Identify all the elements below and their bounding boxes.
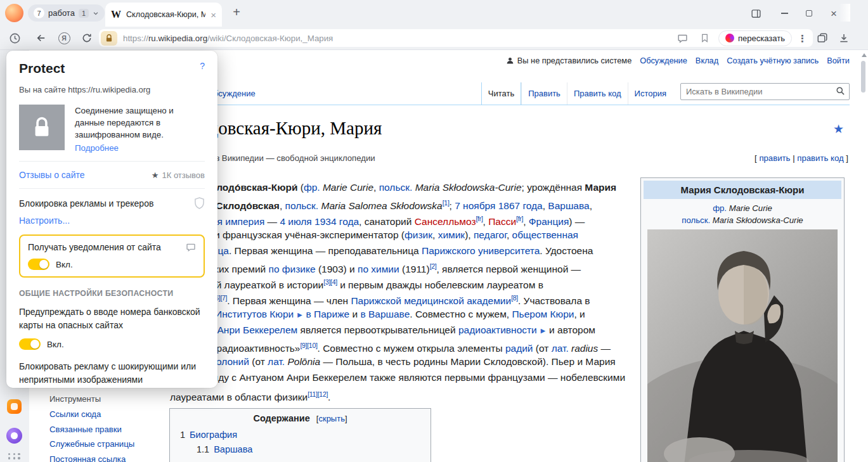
view-tab-edit[interactable]: Править [521, 82, 567, 105]
wiki-link[interactable]: скрыть [318, 414, 345, 423]
tools-link-whatlinkshere[interactable]: Ссылки сюда [49, 409, 134, 419]
minimize-button[interactable] [777, 7, 791, 20]
wiki-link[interactable]: ► [294, 311, 306, 319]
wiki-link[interactable]: Анри Беккерелем [217, 324, 298, 335]
toc-item-link[interactable]: Биография [190, 430, 237, 440]
toc-item-link[interactable]: Варшава [214, 444, 252, 454]
wiki-link[interactable]: лат. [552, 343, 569, 354]
wiki-link[interactable]: Франция [529, 216, 569, 227]
wiki-link[interactable]: в Париже [306, 309, 350, 319]
wiki-link[interactable]: [2] [430, 262, 437, 270]
bookmark-icon[interactable] [696, 30, 713, 46]
toc-item[interactable]: 1.1Варшава [197, 444, 423, 454]
tab-close-icon[interactable]: × [211, 10, 216, 20]
infobox-photo[interactable] [647, 229, 838, 462]
search-icon[interactable] [836, 86, 845, 98]
wiki-link[interactable]: Пьером Кюри [512, 309, 574, 319]
wiki-link[interactable]: править [759, 153, 790, 163]
wiki-link[interactable]: радий [505, 343, 533, 354]
wiki-link[interactable]: Пасси [488, 216, 516, 227]
wiki-link[interactable]: по химии [358, 264, 399, 274]
wiki-link[interactable]: править код [797, 153, 843, 163]
tools-link-related-changes[interactable]: Связанные правки [49, 425, 134, 434]
personal-link-talk[interactable]: Обсуждение [640, 56, 687, 65]
downloads-icon[interactable] [836, 30, 852, 46]
history-icon[interactable] [6, 30, 23, 46]
site-reviews-link[interactable]: Отзывы о сайте [19, 170, 85, 180]
wikipedia-favicon: W [111, 9, 121, 20]
text-segment: , [432, 229, 438, 240]
tabs-panel-icon[interactable] [814, 30, 831, 46]
configure-link[interactable]: Настроить... [19, 215, 70, 226]
personal-link-contributions[interactable]: Вклад [696, 56, 718, 65]
wiki-link[interactable]: лат. [268, 356, 285, 367]
wiki-link[interactable]: Санселльмоз [415, 216, 476, 227]
tools-link-special-pages[interactable]: Служебные страницы [49, 439, 134, 449]
address-bar[interactable]: https://ru.wikipedia.org/wiki/Склодовска… [99, 29, 813, 47]
wiki-link[interactable]: Парижской медицинской академии [351, 295, 511, 306]
url-text[interactable]: https://ru.wikipedia.org/wiki/Склодовска… [123, 34, 333, 43]
maximize-button[interactable] [802, 7, 816, 20]
scrollbar-up-arrow[interactable] [862, 53, 867, 57]
more-options-icon[interactable]: ⋮ [798, 34, 807, 43]
wiki-link[interactable]: ► [537, 326, 549, 335]
wiki-link[interactable]: химик [438, 229, 465, 240]
details-link[interactable]: Подробнее [75, 143, 119, 153]
wiki-link[interactable]: [11][12] [308, 390, 328, 398]
wiki-link[interactable]: 4 июля [280, 216, 311, 227]
wiki-search-input[interactable] [680, 83, 850, 100]
profile-avatar[interactable] [5, 4, 23, 22]
tools-link-permanent-link[interactable]: Постоянная ссылка [49, 454, 134, 462]
view-tab-read[interactable]: Читать [481, 82, 521, 105]
wiki-link[interactable]: Парижского университета [422, 245, 540, 256]
tab-title: Склодовская-Кюри, Ма [126, 10, 205, 19]
notifications-toggle[interactable] [28, 259, 49, 270]
wiki-link[interactable]: 1867 года [498, 200, 543, 211]
wiki-link[interactable]: радиоактивности [458, 324, 537, 335]
wiki-link[interactable]: физик [405, 229, 432, 240]
reload-button[interactable] [79, 30, 95, 46]
wiki-link[interactable]: фр. [304, 182, 320, 193]
wiki-link[interactable]: [fr] [476, 215, 483, 222]
toc-hide-link[interactable]: [скрыть] [316, 414, 347, 423]
personal-link-create-account[interactable]: Создать учётную запись [727, 56, 819, 65]
toc-item[interactable]: 1Биография [180, 430, 423, 440]
wiki-link[interactable]: 1934 года [314, 216, 359, 227]
wiki-link[interactable]: общественная [512, 229, 578, 240]
browser-tab[interactable]: W Склодовская-Кюри, Ма × [105, 3, 222, 27]
wiki-link[interactable]: в Варшаве [360, 309, 410, 319]
view-tab-edit-source[interactable]: Править код [567, 82, 628, 105]
wiki-link[interactable]: [9][10] [300, 342, 317, 349]
scrollbar-thumb[interactable] [861, 61, 865, 93]
text-segment: и первым дважды нобелевским лауреатом в [337, 279, 543, 290]
wiki-link[interactable]: Варшава [548, 200, 589, 211]
wiki-link[interactable]: [fr] [516, 215, 523, 222]
wiki-link[interactable]: [3][4] [323, 278, 337, 286]
watch-star-icon[interactable]: ★ [833, 122, 844, 136]
new-tab-button[interactable]: + [229, 5, 244, 20]
tab-group-pill[interactable]: 7 работа 1 [28, 4, 105, 22]
yandex-start-button[interactable]: Я [56, 30, 72, 46]
wiki-link[interactable]: по физике [269, 264, 316, 274]
summarize-button[interactable]: пересказать [718, 30, 792, 46]
side-panel-icon[interactable] [749, 7, 763, 20]
wiki-link[interactable]: польск. [682, 215, 710, 225]
apps-grid-icon[interactable] [8, 453, 21, 459]
alice-icon[interactable] [6, 428, 22, 444]
comments-icon[interactable] [674, 30, 690, 46]
protect-help-link[interactable]: ? [200, 61, 205, 71]
protect-lock-button[interactable] [101, 31, 117, 46]
wiki-link[interactable]: педагог [474, 229, 507, 240]
wiki-link[interactable]: фр. [713, 203, 727, 213]
wiki-link[interactable]: [8] [511, 294, 518, 302]
wiki-link[interactable]: польск. [379, 182, 413, 193]
back-button[interactable] [33, 30, 49, 46]
wiki-link[interactable]: 7 ноября [455, 200, 495, 211]
card-warning-toggle[interactable] [19, 338, 41, 350]
wiki-link[interactable]: Институтов Кюри [215, 309, 294, 319]
wiki-link[interactable]: польск. [285, 200, 319, 211]
wiki-link[interactable]: [1] [443, 199, 450, 207]
personal-link-login[interactable]: Войти [827, 56, 850, 65]
service-icon[interactable] [7, 399, 22, 414]
view-tab-history[interactable]: История [628, 82, 673, 105]
